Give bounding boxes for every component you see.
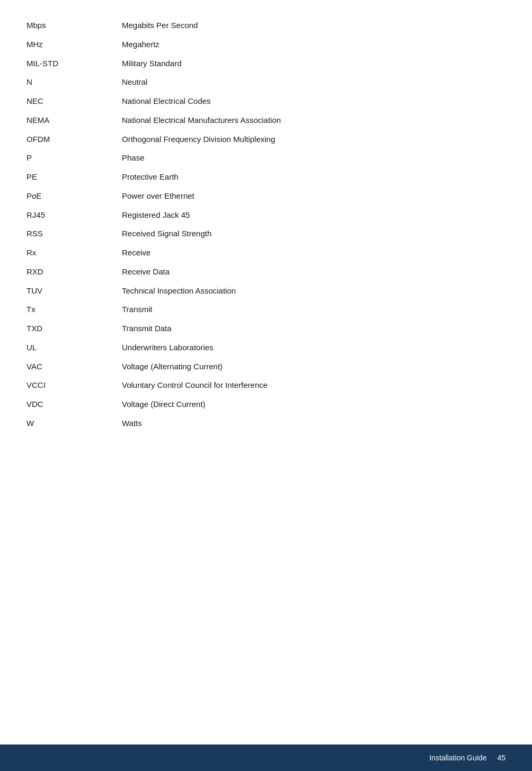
glossary-row: NNeutral [26,73,506,92]
page-content: MbpsMegabits Per SecondMHzMegahertzMIL-S… [0,0,532,497]
glossary-row: TXDTransmit Data [26,319,506,338]
glossary-row: OFDMOrthogonal Frequency Division Multip… [26,130,506,149]
glossary-definition: Watts [122,414,506,433]
glossary-definition: Military Standard [122,54,506,73]
glossary-row: VACVoltage (Alternating Current) [26,357,506,376]
glossary-abbr: TUV [26,281,122,300]
glossary-definition: National Electrical Manufacturers Associ… [122,111,506,130]
glossary-row: MIL-STDMilitary Standard [26,54,506,73]
glossary-abbr: UL [26,338,122,357]
glossary-definition: Technical Inspection Association [122,281,506,300]
glossary-row: PPhase [26,148,506,167]
glossary-abbr: VDC [26,395,122,414]
glossary-definition: Underwriters Laboratories [122,338,506,357]
footer-label: Installation Guide [429,754,486,762]
glossary-abbr: NEMA [26,111,122,130]
glossary-definition: Power over Ethernet [122,187,506,206]
glossary-row: VCCIVoluntary Control Council for Interf… [26,376,506,395]
glossary-row: MbpsMegabits Per Second [26,16,506,35]
glossary-definition: Received Signal Strength [122,224,506,243]
glossary-row: TUVTechnical Inspection Association [26,281,506,300]
glossary-definition: Voltage (Direct Current) [122,395,506,414]
glossary-row: PoEPower over Ethernet [26,187,506,206]
glossary-abbr: Mbps [26,16,122,35]
glossary-row: MHzMegahertz [26,35,506,54]
glossary-row: VDCVoltage (Direct Current) [26,395,506,414]
glossary-definition: Orthogonal Frequency Division Multiplexi… [122,130,506,149]
glossary-definition: Megahertz [122,35,506,54]
glossary-row: RXDReceive Data [26,262,506,281]
glossary-abbr: RXD [26,262,122,281]
glossary-row: RxReceive [26,243,506,262]
glossary-abbr: VAC [26,357,122,376]
glossary-abbr: N [26,73,122,92]
glossary-abbr: TXD [26,319,122,338]
glossary-abbr: Tx [26,300,122,319]
glossary-definition: Registered Jack 45 [122,206,506,225]
glossary-abbr: VCCI [26,376,122,395]
glossary-definition: Receive [122,243,506,262]
glossary-row: NECNational Electrical Codes [26,92,506,111]
footer: Installation Guide 45 [0,745,532,771]
glossary-definition: Transmit [122,300,506,319]
glossary-definition: Megabits Per Second [122,16,506,35]
glossary-definition: Protective Earth [122,167,506,187]
glossary-definition: Voltage (Alternating Current) [122,357,506,376]
glossary-definition: National Electrical Codes [122,92,506,111]
glossary-row: WWatts [26,414,506,433]
glossary-abbr: RSS [26,224,122,243]
glossary-row: ULUnderwriters Laboratories [26,338,506,357]
glossary-abbr: P [26,148,122,167]
glossary-abbr: W [26,414,122,433]
glossary-abbr: OFDM [26,130,122,149]
glossary-row: RJ45Registered Jack 45 [26,206,506,225]
glossary-abbr: RJ45 [26,206,122,225]
glossary-abbr: Rx [26,243,122,262]
glossary-abbr: PE [26,167,122,187]
glossary-row: NEMANational Electrical Manufacturers As… [26,111,506,130]
glossary-abbr: MHz [26,35,122,54]
glossary-abbr: NEC [26,92,122,111]
glossary-row: TxTransmit [26,300,506,319]
glossary-definition: Phase [122,148,506,167]
glossary-definition: Neutral [122,73,506,92]
footer-page: 45 [497,754,506,762]
glossary-row: PEProtective Earth [26,167,506,187]
glossary-row: RSSReceived Signal Strength [26,224,506,243]
glossary-definition: Transmit Data [122,319,506,338]
glossary-table: MbpsMegabits Per SecondMHzMegahertzMIL-S… [26,16,506,433]
glossary-definition: Receive Data [122,262,506,281]
glossary-abbr: PoE [26,187,122,206]
glossary-definition: Voluntary Control Council for Interferen… [122,376,506,395]
glossary-abbr: MIL-STD [26,54,122,73]
